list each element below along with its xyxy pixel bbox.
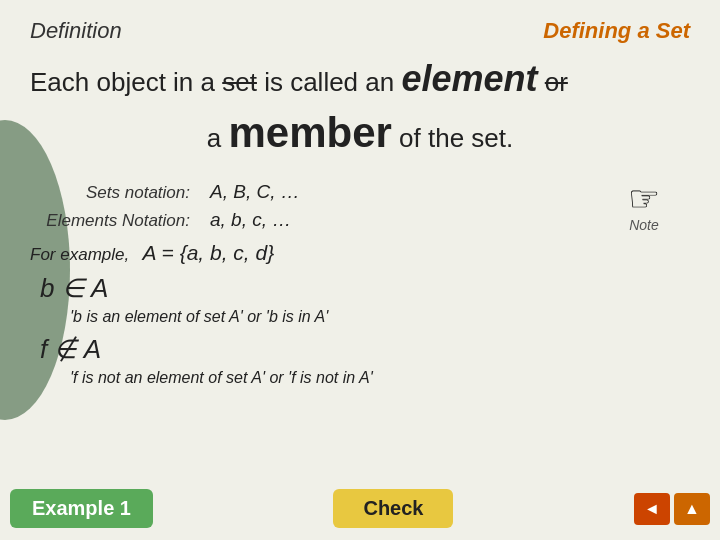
note-hand-icon: ☞ — [628, 181, 660, 217]
main-line1: Each object in a set is called an elemen… — [30, 54, 690, 104]
sets-notation-row: Sets notation: A, B, C, … — [30, 181, 690, 203]
elements-notation-value: a, b, c, … — [210, 209, 291, 231]
strikethrough-set: set — [222, 67, 257, 97]
or-word: or — [545, 67, 568, 97]
for-example-row: For example, A = {a, b, c, d} — [30, 241, 690, 265]
nav-up-button[interactable]: ▲ — [674, 493, 710, 525]
main-line2: a member of the set. — [30, 104, 690, 163]
elements-notation-label: Elements Notation: — [30, 211, 190, 231]
nav-arrows: ◄ ▲ — [634, 493, 710, 525]
member-word: member — [228, 109, 391, 156]
page-title: Defining a Set — [543, 18, 690, 44]
bottom-bar: Example 1 Check ◄ ▲ — [0, 489, 720, 528]
membership-desc-2: 'f is not an element of set A' or 'f is … — [70, 369, 690, 387]
example-button[interactable]: Example 1 — [10, 489, 153, 528]
check-button[interactable]: Check — [333, 489, 453, 528]
element-word: element — [401, 58, 537, 99]
membership-desc-1: 'b is an element of set A' or 'b is in A… — [70, 308, 690, 326]
note-label: Note — [629, 217, 659, 233]
membership-row-2: f ∉ A — [40, 334, 690, 365]
note-container: ☞ Note — [628, 181, 660, 233]
sets-notation-value: A, B, C, … — [210, 181, 300, 203]
main-content: Definition Defining a Set Each object in… — [0, 0, 720, 414]
definition-label: Definition — [30, 18, 122, 44]
header-row: Definition Defining a Set — [30, 18, 690, 44]
main-statement: Each object in a set is called an elemen… — [30, 54, 690, 163]
sets-notation-label: Sets notation: — [30, 183, 190, 203]
notation-section: Sets notation: A, B, C, … Elements Notat… — [30, 181, 690, 231]
membership-row-1: b ∈ A — [40, 273, 690, 304]
nav-back-button[interactable]: ◄ — [634, 493, 670, 525]
example-formula: A = {a, b, c, d} — [142, 241, 274, 264]
elements-notation-row: Elements Notation: a, b, c, … — [30, 209, 690, 231]
for-example-label: For example, — [30, 245, 129, 264]
